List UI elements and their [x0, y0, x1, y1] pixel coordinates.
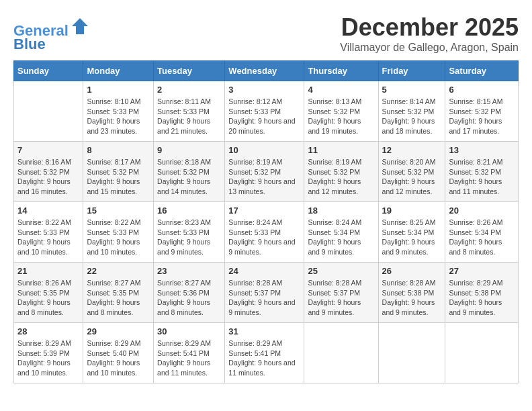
day-info: Sunrise: 8:23 AMSunset: 5:33 PMDaylight:…	[157, 218, 221, 257]
day-info: Sunrise: 8:29 AMSunset: 5:39 PMDaylight:…	[17, 338, 79, 378]
calendar-cell: 8Sunrise: 8:17 AMSunset: 5:32 PMDaylight…	[83, 142, 154, 202]
day-number: 17	[228, 205, 300, 216]
day-info: Sunrise: 8:22 AMSunset: 5:33 PMDaylight:…	[87, 218, 150, 257]
day-number: 30	[157, 326, 221, 336]
day-info: Sunrise: 8:16 AMSunset: 5:32 PMDaylight:…	[17, 157, 79, 197]
day-info: Sunrise: 8:19 AMSunset: 5:32 PMDaylight:…	[228, 157, 300, 197]
weekday-header: Sunday	[14, 61, 83, 81]
day-info: Sunrise: 8:27 AMSunset: 5:36 PMDaylight:…	[157, 278, 221, 318]
calendar-cell: 29Sunrise: 8:29 AMSunset: 5:40 PMDayligh…	[83, 323, 154, 383]
day-info: Sunrise: 8:27 AMSunset: 5:35 PMDaylight:…	[87, 278, 150, 318]
day-number: 8	[87, 145, 150, 155]
day-number: 2	[157, 85, 221, 95]
day-info: Sunrise: 8:29 AMSunset: 5:41 PMDaylight:…	[157, 338, 221, 378]
day-number: 12	[382, 145, 442, 155]
day-number: 4	[308, 85, 374, 95]
day-info: Sunrise: 8:18 AMSunset: 5:32 PMDaylight:…	[157, 157, 221, 197]
day-number: 19	[382, 205, 442, 216]
calendar-cell: 7Sunrise: 8:16 AMSunset: 5:32 PMDaylight…	[14, 142, 83, 202]
weekday-header: Saturday	[445, 61, 519, 81]
calendar-cell: 10Sunrise: 8:19 AMSunset: 5:32 PMDayligh…	[225, 142, 304, 202]
day-number: 31	[228, 326, 300, 336]
day-info: Sunrise: 8:19 AMSunset: 5:32 PMDaylight:…	[308, 157, 374, 197]
calendar-cell: 4Sunrise: 8:13 AMSunset: 5:32 PMDaylight…	[304, 81, 378, 142]
day-info: Sunrise: 8:12 AMSunset: 5:33 PMDaylight:…	[228, 97, 300, 136]
day-info: Sunrise: 8:13 AMSunset: 5:32 PMDaylight:…	[308, 97, 374, 136]
day-number: 9	[157, 145, 221, 155]
calendar-cell	[378, 323, 445, 383]
day-info: Sunrise: 8:22 AMSunset: 5:33 PMDaylight:…	[17, 218, 79, 257]
day-number: 23	[157, 266, 221, 276]
day-info: Sunrise: 8:11 AMSunset: 5:33 PMDaylight:…	[157, 97, 221, 136]
calendar-week-row: 28Sunrise: 8:29 AMSunset: 5:39 PMDayligh…	[14, 323, 519, 383]
calendar-cell: 28Sunrise: 8:29 AMSunset: 5:39 PMDayligh…	[14, 323, 83, 383]
day-number: 5	[382, 85, 442, 95]
day-info: Sunrise: 8:28 AMSunset: 5:37 PMDaylight:…	[308, 278, 374, 318]
day-info: Sunrise: 8:10 AMSunset: 5:33 PMDaylight:…	[87, 97, 150, 136]
day-info: Sunrise: 8:25 AMSunset: 5:34 PMDaylight:…	[382, 218, 442, 257]
day-number: 26	[382, 266, 442, 276]
calendar-cell: 31Sunrise: 8:29 AMSunset: 5:41 PMDayligh…	[225, 323, 304, 383]
calendar-cell	[304, 323, 378, 383]
calendar-cell: 15Sunrise: 8:22 AMSunset: 5:33 PMDayligh…	[83, 202, 154, 263]
calendar-cell: 2Sunrise: 8:11 AMSunset: 5:33 PMDaylight…	[154, 81, 225, 142]
calendar-week-row: 14Sunrise: 8:22 AMSunset: 5:33 PMDayligh…	[14, 202, 519, 263]
day-info: Sunrise: 8:24 AMSunset: 5:34 PMDaylight:…	[308, 218, 374, 257]
calendar-cell: 16Sunrise: 8:23 AMSunset: 5:33 PMDayligh…	[154, 202, 225, 263]
day-number: 7	[17, 145, 79, 155]
calendar-cell: 26Sunrise: 8:28 AMSunset: 5:38 PMDayligh…	[378, 263, 445, 323]
day-number: 16	[157, 205, 221, 216]
day-number: 20	[449, 205, 515, 216]
page-header: General Blue December 2025 Villamayor de…	[13, 13, 519, 54]
calendar-cell	[14, 81, 83, 142]
month-title: December 2025	[340, 13, 519, 42]
calendar-cell: 23Sunrise: 8:27 AMSunset: 5:36 PMDayligh…	[154, 263, 225, 323]
day-number: 15	[87, 205, 150, 216]
calendar-cell: 22Sunrise: 8:27 AMSunset: 5:35 PMDayligh…	[83, 263, 154, 323]
calendar-cell: 11Sunrise: 8:19 AMSunset: 5:32 PMDayligh…	[304, 142, 378, 202]
day-number: 25	[308, 266, 374, 276]
day-number: 22	[87, 266, 150, 276]
day-number: 29	[87, 326, 150, 336]
day-number: 14	[17, 205, 79, 216]
weekday-header: Tuesday	[154, 61, 225, 81]
day-number: 21	[17, 266, 79, 276]
day-number: 3	[228, 85, 300, 95]
calendar-cell: 25Sunrise: 8:28 AMSunset: 5:37 PMDayligh…	[304, 263, 378, 323]
calendar-cell: 3Sunrise: 8:12 AMSunset: 5:33 PMDaylight…	[225, 81, 304, 142]
day-number: 24	[228, 266, 300, 276]
calendar-cell: 24Sunrise: 8:28 AMSunset: 5:37 PMDayligh…	[225, 263, 304, 323]
weekday-header: Friday	[378, 61, 445, 81]
calendar-table: SundayMondayTuesdayWednesdayThursdayFrid…	[13, 60, 519, 383]
day-number: 18	[308, 205, 374, 216]
title-section: December 2025 Villamayor de Gallego, Ara…	[340, 13, 519, 54]
logo-icon	[71, 17, 89, 36]
day-info: Sunrise: 8:17 AMSunset: 5:32 PMDaylight:…	[87, 157, 150, 197]
weekday-header: Thursday	[304, 61, 378, 81]
svg-marker-0	[72, 18, 88, 34]
weekday-header: Wednesday	[225, 61, 304, 81]
calendar-week-row: 21Sunrise: 8:26 AMSunset: 5:35 PMDayligh…	[14, 263, 519, 323]
day-info: Sunrise: 8:15 AMSunset: 5:32 PMDaylight:…	[449, 97, 515, 136]
logo: General Blue	[13, 17, 89, 52]
day-number: 6	[449, 85, 515, 95]
day-info: Sunrise: 8:29 AMSunset: 5:40 PMDaylight:…	[87, 338, 150, 378]
calendar-cell: 12Sunrise: 8:20 AMSunset: 5:32 PMDayligh…	[378, 142, 445, 202]
day-info: Sunrise: 8:14 AMSunset: 5:32 PMDaylight:…	[382, 97, 442, 136]
calendar-cell: 6Sunrise: 8:15 AMSunset: 5:32 PMDaylight…	[445, 81, 519, 142]
calendar-cell: 13Sunrise: 8:21 AMSunset: 5:32 PMDayligh…	[445, 142, 519, 202]
day-number: 11	[308, 145, 374, 155]
calendar-cell: 17Sunrise: 8:24 AMSunset: 5:33 PMDayligh…	[225, 202, 304, 263]
calendar-cell: 1Sunrise: 8:10 AMSunset: 5:33 PMDaylight…	[83, 81, 154, 142]
calendar-week-row: 7Sunrise: 8:16 AMSunset: 5:32 PMDaylight…	[14, 142, 519, 202]
calendar-cell	[445, 323, 519, 383]
day-info: Sunrise: 8:29 AMSunset: 5:41 PMDaylight:…	[228, 338, 300, 378]
weekday-header: Monday	[83, 61, 154, 81]
calendar-cell: 9Sunrise: 8:18 AMSunset: 5:32 PMDaylight…	[154, 142, 225, 202]
calendar-header-row: SundayMondayTuesdayWednesdayThursdayFrid…	[14, 61, 519, 81]
calendar-cell: 19Sunrise: 8:25 AMSunset: 5:34 PMDayligh…	[378, 202, 445, 263]
day-info: Sunrise: 8:24 AMSunset: 5:33 PMDaylight:…	[228, 218, 300, 257]
calendar-cell: 18Sunrise: 8:24 AMSunset: 5:34 PMDayligh…	[304, 202, 378, 263]
day-info: Sunrise: 8:21 AMSunset: 5:32 PMDaylight:…	[449, 157, 515, 197]
day-number: 10	[228, 145, 300, 155]
